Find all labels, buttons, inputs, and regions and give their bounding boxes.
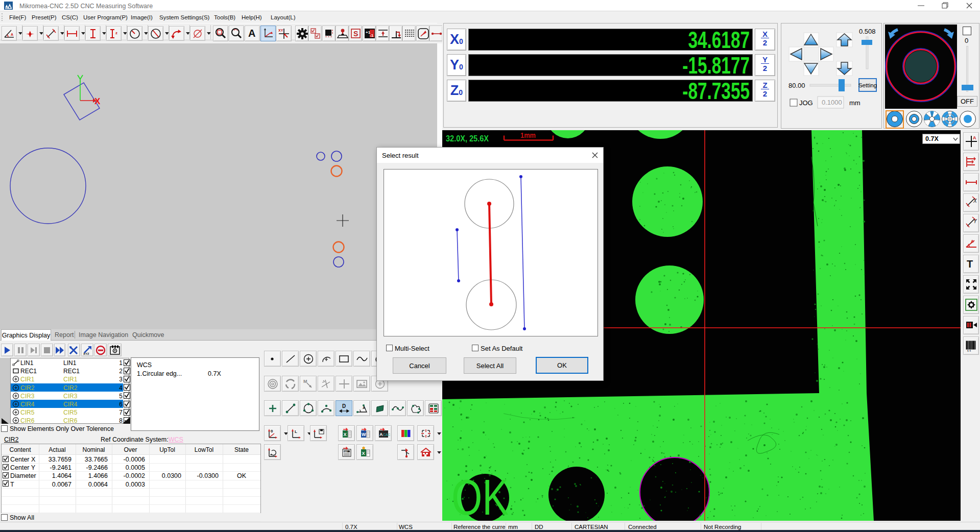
svg-text:X: X: [343, 432, 346, 437]
svg-text:X: X: [94, 96, 101, 106]
svg-text:S: S: [353, 30, 358, 38]
svg-text:JOG: JOG: [799, 99, 813, 107]
svg-text:CAD: CAD: [383, 433, 390, 437]
svg-text:0.1000: 0.1000: [822, 99, 842, 106]
svg-text:OK: OK: [451, 469, 509, 521]
svg-text:L: L: [295, 429, 297, 434]
svg-text:A: A: [971, 239, 974, 244]
svg-text:W: W: [362, 432, 366, 437]
svg-text:0.508: 0.508: [859, 28, 876, 35]
svg-text:-1: -1: [370, 33, 374, 38]
svg-text:A: A: [379, 432, 383, 437]
svg-text:XYZ: XYZ: [83, 352, 89, 355]
svg-text:X: X: [362, 451, 365, 456]
svg-text:80.00: 80.00: [788, 82, 805, 89]
svg-text:X: X: [973, 198, 977, 204]
svg-text:A: A: [248, 28, 255, 39]
svg-text:XY: XY: [278, 29, 283, 32]
svg-text:z: z: [115, 31, 117, 35]
svg-text:T: T: [967, 258, 973, 270]
svg-text:D: D: [342, 403, 346, 409]
svg-text:TXT: TXT: [344, 450, 348, 452]
svg-text:M: M: [303, 379, 307, 384]
svg-text:mm: mm: [849, 99, 861, 107]
svg-text:A: A: [973, 135, 976, 140]
svg-text:0: 0: [271, 429, 273, 433]
svg-text:32.0X, 25.6X: 32.0X, 25.6X: [446, 134, 489, 143]
svg-text:Y: Y: [973, 219, 977, 224]
svg-text:1mm: 1mm: [520, 131, 536, 139]
svg-text:6 4: 6 4: [967, 349, 971, 352]
svg-text:A: A: [11, 33, 13, 36]
